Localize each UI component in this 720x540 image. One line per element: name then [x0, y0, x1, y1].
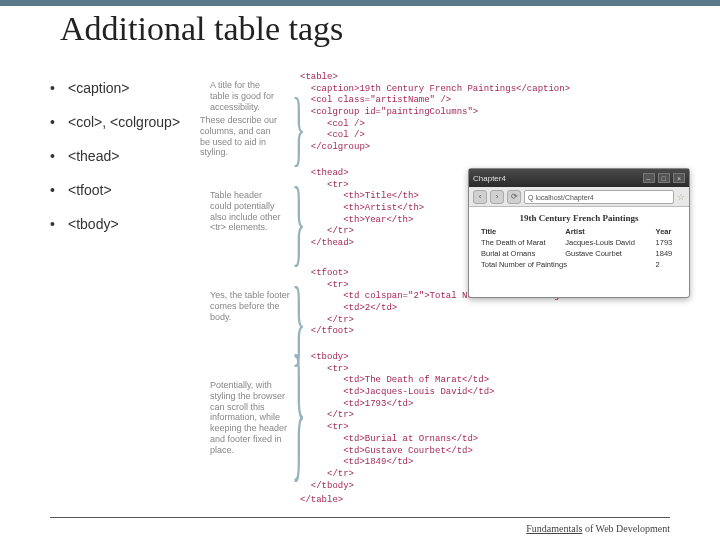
table-row: Title Artist Year — [479, 226, 679, 237]
td: The Death of Marat — [479, 237, 563, 248]
footer-text: Fundamentals of Web Development — [526, 523, 670, 534]
browser-body: 19th Century French Paintings Title Arti… — [469, 207, 689, 276]
td: Gustave Courbet — [563, 248, 653, 259]
maximize-icon[interactable]: □ — [658, 173, 670, 183]
bullet-list: <caption> <col>, <colgroup> <thead> <tfo… — [50, 80, 220, 250]
bullet-col: <col>, <colgroup> — [50, 114, 220, 130]
note-thead: Table header could potentially also incl… — [210, 190, 285, 233]
note-tbody: Potentially, with styling the browser ca… — [210, 380, 290, 456]
note-tfoot: Yes, the table footer comes before the b… — [210, 290, 290, 322]
td: 1849 — [654, 248, 679, 259]
table-row: The Death of Marat Jacques-Louis David 1… — [479, 237, 679, 248]
th-artist: Artist — [563, 226, 653, 237]
accent-bar — [0, 0, 720, 6]
browser-window: Chapter4 – □ × ‹ › ⟳ Q localhost/Chapter… — [468, 168, 690, 298]
td: Jacques-Louis David — [563, 237, 653, 248]
rendered-caption: 19th Century French Paintings — [479, 213, 679, 223]
bullet-tbody: <tbody> — [50, 216, 220, 232]
note-col: These describe our columns, and can be u… — [200, 115, 280, 158]
forward-icon[interactable]: › — [490, 190, 504, 204]
th-title: Title — [479, 226, 563, 237]
note-caption: A title for the table is good for access… — [210, 80, 280, 112]
bullet-tfoot: <tfoot> — [50, 182, 220, 198]
close-icon[interactable]: × — [673, 173, 685, 183]
bullet-caption: <caption> — [50, 80, 220, 96]
bullet-thead: <thead> — [50, 148, 220, 164]
td-foot-val: 2 — [654, 259, 679, 270]
th-year: Year — [654, 226, 679, 237]
footer-underlined: Fundamentals — [526, 523, 582, 534]
td: Burial at Ornans — [479, 248, 563, 259]
table-row: Burial at Ornans Gustave Courbet 1849 — [479, 248, 679, 259]
footer-divider — [50, 517, 670, 518]
footer-rest: of Web Development — [582, 523, 670, 534]
slide-title: Additional table tags — [60, 10, 343, 48]
reload-icon[interactable]: ⟳ — [507, 190, 521, 204]
rendered-table: Title Artist Year The Death of Marat Jac… — [479, 226, 679, 270]
window-buttons: – □ × — [642, 173, 685, 183]
code-block-top: <table> <caption>19th Century French Pai… — [300, 72, 500, 154]
code-block-tbody: <tbody> <tr> <td>The Death of Marat</td>… — [300, 352, 500, 492]
browser-titlebar: Chapter4 – □ × — [469, 169, 689, 187]
code-block-end: </table> — [300, 495, 500, 507]
browser-navbar: ‹ › ⟳ Q localhost/Chapter4 ☆ — [469, 187, 689, 207]
bookmark-icon[interactable]: ☆ — [677, 192, 685, 202]
browser-tab-title: Chapter4 — [473, 174, 506, 183]
back-icon[interactable]: ‹ — [473, 190, 487, 204]
address-bar[interactable]: Q localhost/Chapter4 — [524, 190, 674, 204]
minimize-icon[interactable]: – — [643, 173, 655, 183]
td-foot-label: Total Number of Paintings — [479, 259, 654, 270]
table-row: Total Number of Paintings 2 — [479, 259, 679, 270]
td: 1793 — [654, 237, 679, 248]
